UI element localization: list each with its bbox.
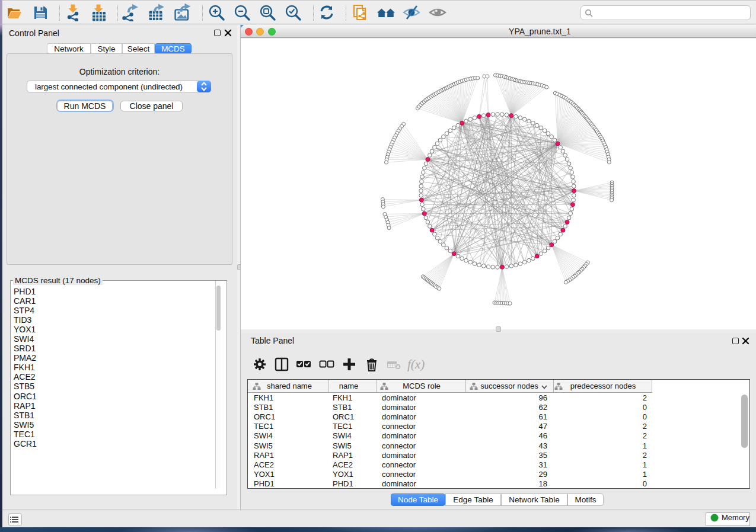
svg-text:f(x): f(x) — [407, 357, 425, 371]
